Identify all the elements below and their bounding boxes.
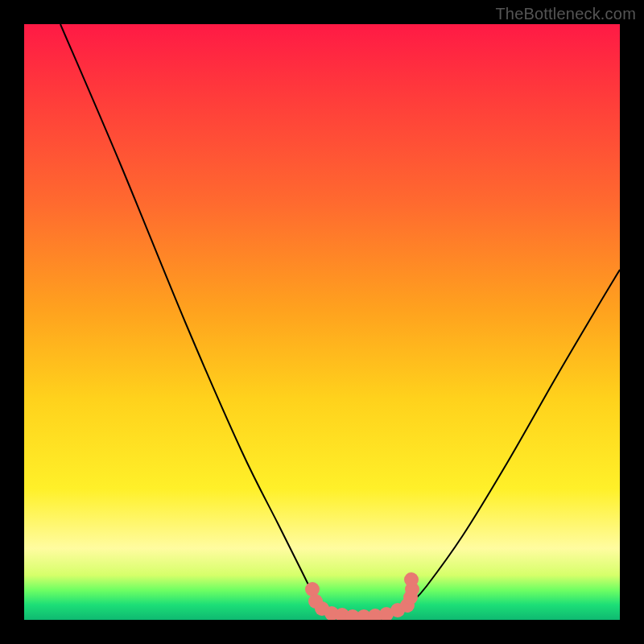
curve-path bbox=[60, 24, 620, 617]
plot-area bbox=[24, 24, 620, 620]
marker-cluster bbox=[305, 572, 419, 620]
watermark-text: TheBottleneck.com bbox=[495, 5, 636, 23]
chart-frame: TheBottleneck.com bbox=[0, 0, 644, 644]
trough-marker bbox=[404, 572, 419, 587]
bottleneck-curve bbox=[24, 24, 620, 620]
